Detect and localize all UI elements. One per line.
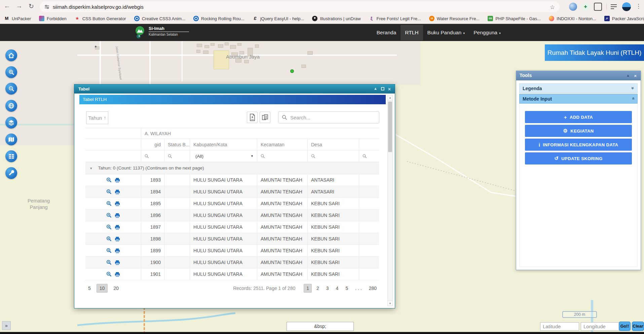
table-row[interactable]: 1899HULU SUNGAI UTARAAMUNTAI TENGAHKEBUN… bbox=[85, 245, 379, 257]
filter-kabupaten-dropdown[interactable]: (All)▼ bbox=[190, 150, 257, 162]
add-data-button[interactable]: +ADD DATA bbox=[525, 111, 632, 123]
search-input[interactable] bbox=[290, 115, 371, 120]
panel-close-icon[interactable]: × bbox=[634, 73, 637, 78]
table-row[interactable]: 1896HULU SUNGAI UTARAAMUNTAI TENGAHKEBUN… bbox=[85, 210, 379, 221]
export-xlsx-button[interactable]: xlsx bbox=[247, 112, 258, 123]
page-button-4[interactable]: 4 bbox=[334, 284, 341, 292]
table-search[interactable] bbox=[278, 111, 379, 123]
dialog-close-icon[interactable]: × bbox=[388, 86, 391, 92]
add-extension-icon[interactable]: + bbox=[581, 3, 590, 11]
tools-button[interactable] bbox=[5, 167, 17, 179]
bookmark-item[interactable]: Rocking Rolling Rou... bbox=[193, 16, 244, 21]
go-button[interactable]: Go!! bbox=[619, 322, 631, 331]
row-zoom-icon[interactable] bbox=[106, 177, 112, 183]
browser-menu-icon[interactable]: ⋮ bbox=[636, 3, 641, 10]
table-row[interactable]: 1897HULU SUNGAI UTARAAMUNTAI TENGAHKEBUN… bbox=[85, 221, 379, 233]
row-print-icon[interactable] bbox=[115, 178, 120, 183]
kegiatan-button[interactable]: ⚙KEGIATAN bbox=[525, 125, 632, 137]
row-print-icon[interactable] bbox=[115, 236, 120, 242]
table-group-row[interactable]: ▾Tahun: 0 (Count: 1137) (Continues on th… bbox=[85, 162, 379, 174]
dialog-scrollbar[interactable]: ▲ ▼ bbox=[387, 95, 393, 306]
column-header-gid[interactable]: gid bbox=[141, 139, 164, 150]
layers-button[interactable] bbox=[5, 117, 17, 128]
column-chooser-button[interactable] bbox=[260, 112, 270, 123]
informasi-kelengkapan-data-button[interactable]: iINFORMASI KELENGKAPAN DATA bbox=[525, 139, 632, 151]
column-header-kecamatan[interactable]: Kecamatan bbox=[257, 139, 307, 150]
accordion-legenda[interactable]: Legenda » bbox=[519, 83, 638, 93]
home-button[interactable] bbox=[5, 49, 17, 61]
page-button-2[interactable]: 2 bbox=[314, 284, 321, 292]
bookmark-item[interactable]: ƐjQuery EasyUI - help... bbox=[253, 16, 304, 21]
row-zoom-icon[interactable] bbox=[106, 189, 112, 194]
back-icon[interactable]: ← bbox=[3, 2, 11, 10]
globe-button[interactable] bbox=[5, 100, 17, 112]
table-row[interactable]: 1898HULU SUNGAI UTARAAMUNTAI TENGAHKEBUN… bbox=[85, 233, 379, 245]
zoom-out-button[interactable] bbox=[5, 83, 17, 95]
update-skoring-button[interactable]: ↺UPDATE SKORING bbox=[525, 152, 632, 164]
filter-desa[interactable] bbox=[307, 150, 359, 162]
extension-icon[interactable] bbox=[569, 3, 577, 11]
bookmark-item[interactable]: Illustrations | unDraw bbox=[312, 16, 361, 21]
page-button-5[interactable]: 5 bbox=[343, 284, 350, 292]
table-row[interactable]: 1894HULU SUNGAI UTARAAMUNTAI TENGAHANTAS… bbox=[85, 186, 379, 198]
column-header-kabupaten[interactable]: Kabupaten/Kota bbox=[190, 139, 257, 150]
sidebar-expand-button[interactable]: » bbox=[2, 321, 11, 330]
bookmark-item[interactable]: GSPHP ShapeFile - Gas... bbox=[488, 16, 541, 21]
tab-list-icon[interactable] bbox=[611, 4, 617, 10]
scrollbar-thumb[interactable] bbox=[388, 102, 392, 152]
table-button[interactable] bbox=[5, 150, 17, 162]
bookmark-item[interactable]: Creative CSS3 Anim... bbox=[134, 16, 185, 21]
row-zoom-icon[interactable] bbox=[106, 271, 112, 277]
reload-icon[interactable]: ↻ bbox=[27, 2, 36, 10]
tools-panel-titlebar[interactable]: Tools ▲ × bbox=[516, 71, 641, 80]
bookmark-item[interactable]: ξFree Fonts! Legit Fre... bbox=[369, 16, 421, 21]
row-print-icon[interactable] bbox=[115, 225, 120, 230]
site-info-icon[interactable] bbox=[44, 4, 49, 9]
row-zoom-icon[interactable] bbox=[106, 201, 112, 206]
nav-item-pengguna[interactable]: Pengguna▾ bbox=[469, 25, 505, 40]
row-print-icon[interactable] bbox=[115, 260, 120, 265]
column-header-desa[interactable]: Desa bbox=[307, 139, 359, 150]
table-row[interactable]: 1901HULU SUNGAI UTARAAMUNTAI TENGAHKEBUN… bbox=[85, 268, 379, 280]
bookmark-item[interactable]: MUnPacker bbox=[4, 16, 31, 21]
row-print-icon[interactable] bbox=[115, 189, 120, 194]
dialog-collapse-icon[interactable]: ▲ bbox=[374, 86, 377, 90]
page-size-10[interactable]: 10 bbox=[97, 284, 108, 293]
bookmark-item[interactable]: Forbidden bbox=[39, 16, 67, 21]
forward-icon[interactable]: → bbox=[15, 2, 24, 10]
clear-button[interactable]: Clear bbox=[632, 322, 644, 331]
panel-collapse-icon[interactable]: ▲ bbox=[626, 73, 630, 77]
row-zoom-icon[interactable] bbox=[106, 213, 112, 218]
bookmark-item[interactable]: INDOXXI - Nonton... bbox=[549, 16, 596, 21]
longitude-input[interactable] bbox=[581, 322, 620, 331]
table-row[interactable]: 1895HULU SUNGAI UTARAAMUNTAI TENGAHKEBUN… bbox=[85, 198, 379, 210]
bookmark-item[interactable]: ★CSS Button Generator bbox=[75, 16, 126, 21]
table-row[interactable]: 1893HULU SUNGAI UTARAAMUNTAI TENGAHANTAS… bbox=[85, 174, 379, 186]
dialog-maximize-icon[interactable] bbox=[381, 87, 384, 90]
nav-item-rtlh[interactable]: RTLH bbox=[401, 25, 423, 40]
row-zoom-icon[interactable] bbox=[106, 248, 112, 253]
page-size-5[interactable]: 5 bbox=[85, 284, 93, 292]
address-bar[interactable]: siimah.disperkim.kalselprov.go.id/webgis… bbox=[40, 1, 560, 12]
page-size-20[interactable]: 20 bbox=[111, 284, 121, 292]
latitude-input[interactable] bbox=[540, 322, 579, 331]
row-print-icon[interactable] bbox=[115, 272, 120, 277]
row-zoom-icon[interactable] bbox=[106, 236, 112, 242]
scroll-up-icon[interactable]: ▲ bbox=[388, 95, 392, 100]
filter-gid[interactable] bbox=[141, 150, 164, 162]
row-print-icon[interactable] bbox=[115, 213, 120, 218]
sort-chip-tahun[interactable]: Tahun↑ bbox=[86, 111, 108, 124]
filter-extra[interactable] bbox=[359, 150, 379, 162]
scroll-down-icon[interactable]: ▼ bbox=[388, 301, 392, 306]
bookmark-star-icon[interactable]: ☆ bbox=[550, 4, 555, 11]
map-button[interactable] bbox=[5, 134, 17, 145]
row-zoom-icon[interactable] bbox=[106, 224, 112, 230]
page-button-3[interactable]: 3 bbox=[324, 284, 331, 292]
accordion-metode-input[interactable]: Metode Input » bbox=[519, 94, 638, 104]
extensions-icon[interactable] bbox=[594, 3, 602, 11]
bookmark-item[interactable]: jlilPacker JavaScript en... bbox=[604, 16, 644, 21]
row-print-icon[interactable] bbox=[115, 248, 120, 253]
page-button-280[interactable]: 280 bbox=[367, 284, 379, 292]
filter-status[interactable] bbox=[164, 150, 190, 162]
nav-item-beranda[interactable]: Beranda bbox=[372, 25, 401, 40]
